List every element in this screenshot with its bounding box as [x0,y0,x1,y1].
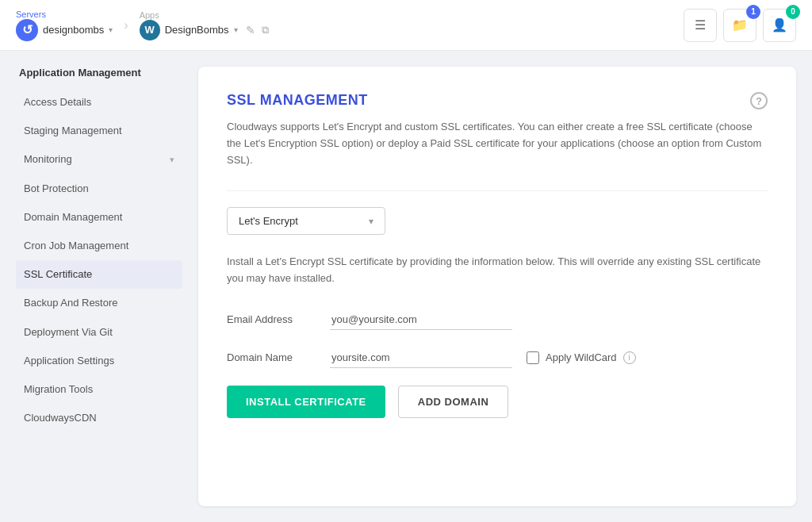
section-title: SSL MANAGEMENT [227,92,368,109]
app-selector[interactable]: W DesignBombs ▾ ✎ ⧉ [140,20,269,40]
sidebar-label-domain-management: Domain Management [24,210,122,225]
email-field-row: Email Address [227,309,768,330]
wildcard-info-icon[interactable]: i [623,351,636,364]
sidebar-label-bot-protection: Bot Protection [24,182,89,196]
sidebar-item-migration-tools[interactable]: Migration Tools [16,375,182,404]
monitoring-chevron-icon: ▾ [170,154,174,166]
nav-separator: › [124,18,128,33]
app-name: DesignBombs [165,24,229,36]
sidebar-item-monitoring[interactable]: Monitoring ▾ [16,145,182,174]
files-button[interactable]: 📁 1 [723,9,756,42]
domain-input[interactable] [330,347,512,368]
sidebar-label-migration-tools: Migration Tools [24,382,93,397]
sidebar-label-cloudwayscdn: CloudwaysCDN [24,411,97,425]
section-description: Cloudways supports Let's Encrypt and cus… [227,119,766,168]
sidebar-item-staging-management[interactable]: Staging Management [16,117,182,145]
sidebar-label-cron-job-management: Cron Job Management [24,239,128,253]
nav-breadcrumb: Servers ↺ designbombs ▾ › Apps W DesignB… [16,10,269,41]
servers-section: Servers ↺ designbombs ▾ [16,10,113,41]
sidebar-item-deployment-via-git[interactable]: Deployment Via Git [16,318,182,347]
apps-label: Apps [140,10,269,20]
files-badge: 1 [746,5,760,19]
sidebar: Application Management Access Details St… [16,67,182,506]
wp-icon: W [140,20,160,40]
sidebar-label-monitoring: Monitoring [24,152,72,167]
external-link-icon[interactable]: ⧉ [262,24,269,36]
server-chevron-icon: ▾ [109,25,113,34]
email-input[interactable] [330,309,512,330]
sidebar-label-backup-restore: Backup And Restore [24,296,118,310]
content-area: SSL MANAGEMENT ? Cloudways supports Let'… [198,67,796,506]
users-icon: 👤 [772,17,787,33]
sidebar-label-access-details: Access Details [24,95,91,109]
sidebar-item-ssl-certificate[interactable]: SSL Certificate [16,260,182,289]
ssl-type-dropdown[interactable]: Let's Encrypt ▾ [227,207,385,235]
top-nav: Servers ↺ designbombs ▾ › Apps W DesignB… [0,0,812,51]
sidebar-item-bot-protection[interactable]: Bot Protection [16,175,182,203]
servers-label: Servers [16,10,113,19]
install-certificate-button[interactable]: INSTALL CERTIFICATE [227,386,385,418]
server-name: designbombs [43,24,104,36]
sidebar-item-access-details[interactable]: Access Details [16,88,182,117]
sidebar-label-application-settings: Application Settings [24,354,114,368]
sidebar-label-staging-management: Staging Management [24,124,122,138]
nav-right-icons: ☰ 📁 1 👤 0 [684,9,796,42]
buttons-row: INSTALL CERTIFICATE ADD DOMAIN [227,386,768,418]
domain-label: Domain Name [227,351,330,363]
edit-icon[interactable]: ✎ [246,24,255,36]
sidebar-item-backup-restore[interactable]: Backup And Restore [16,289,182,317]
domain-field-row: Domain Name Apply WildCard i [227,347,768,368]
sidebar-title: Application Management [16,67,182,79]
server-icon: ↺ [16,19,38,41]
wildcard-label: Apply WildCard [546,351,617,363]
ssl-type-selected: Let's Encrypt [239,215,298,227]
divider-1 [227,190,768,191]
dropdown-chevron-icon: ▾ [369,216,373,227]
sidebar-label-ssl-certificate: SSL Certificate [24,267,92,282]
ssl-type-dropdown-row: Let's Encrypt ▾ [227,207,768,235]
sidebar-item-domain-management[interactable]: Domain Management [16,203,182,232]
list-view-button[interactable]: ☰ [684,9,717,42]
sidebar-item-cloudwayscdn[interactable]: CloudwaysCDN [16,404,182,432]
users-badge: 0 [786,5,800,19]
wildcard-checkbox[interactable] [527,351,539,364]
sidebar-item-cron-job-management[interactable]: Cron Job Management [16,232,182,260]
list-icon: ☰ [695,17,706,33]
server-selector[interactable]: ↺ designbombs ▾ [16,19,113,41]
install-info-text: Install a Let's Encrypt SSL certificate … [227,254,766,287]
email-label: Email Address [227,313,330,325]
users-button[interactable]: 👤 0 [763,9,796,42]
apps-section: Apps W DesignBombs ▾ ✎ ⧉ [140,10,269,40]
app-chevron-icon: ▾ [234,25,238,34]
section-header: SSL MANAGEMENT ? [227,92,768,109]
wildcard-section: Apply WildCard i [527,351,636,364]
folder-icon: 📁 [732,17,748,33]
help-icon[interactable]: ? [750,92,768,109]
sidebar-label-deployment-via-git: Deployment Via Git [24,325,113,340]
sidebar-item-application-settings[interactable]: Application Settings [16,347,182,375]
main-layout: Application Management Access Details St… [0,51,812,522]
add-domain-button[interactable]: ADD DOMAIN [398,386,509,418]
